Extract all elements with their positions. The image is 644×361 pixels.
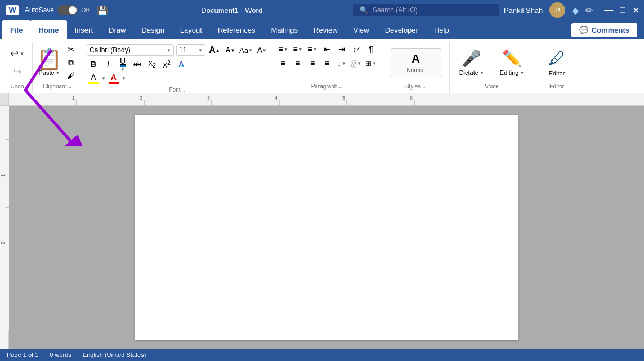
cut-button[interactable]: ✂ — [63, 43, 79, 56]
ribbon: ↩ ▼ ↪ Undo 📋 Paste ▼ ✂ — [0, 39, 644, 93]
svg-text:5: 5 — [342, 95, 345, 101]
tab-home[interactable]: Home — [30, 20, 66, 39]
font-size-select[interactable]: 11 ▼ — [176, 44, 205, 56]
tab-developer[interactable]: Developer — [377, 20, 426, 39]
tab-file[interactable]: File — [2, 20, 30, 39]
strikethrough-icon: ab — [133, 60, 141, 68]
styles-group-label: Styles ⌄ — [405, 82, 426, 92]
grow-font-icon: A — [209, 45, 216, 55]
tab-references[interactable]: References — [210, 20, 263, 39]
paragraph-group: ≡ ▼ ≡ ▼ ≡ ▼ ⇤ ⇥ ↕Z ¶ ≡ ≡ ≡ — [272, 42, 382, 93]
highlight-dropdown[interactable]: ▼ — [101, 76, 106, 81]
justify-button[interactable]: ≡ — [320, 57, 334, 69]
editing-button[interactable]: ✏️ Editing ▼ — [494, 46, 530, 79]
dictate-icon: 🎤 — [462, 49, 481, 68]
editing-dropdown[interactable]: ▼ — [520, 70, 524, 75]
clipboard-small-buttons: ✂ ⧉ 🖌 — [63, 43, 79, 82]
tab-layout[interactable]: Layout — [172, 20, 210, 39]
dictate-button[interactable]: 🎤 Dictate ▼ — [454, 46, 490, 79]
font-color-dropdown[interactable]: ▼ — [122, 76, 126, 81]
editor-button[interactable]: 🖊 Editor — [541, 46, 573, 80]
align-right-button[interactable]: ≡ — [306, 57, 319, 69]
borders-button[interactable]: ⊞ ▼ — [364, 57, 378, 69]
tab-help[interactable]: Help — [426, 20, 457, 39]
paste-label: Paste — [38, 69, 54, 76]
close-btn[interactable]: ✕ — [632, 5, 639, 16]
italic-button[interactable]: I — [101, 58, 115, 70]
text-effects-button[interactable]: A — [175, 58, 188, 70]
copy-button[interactable]: ⧉ — [63, 56, 79, 69]
show-marks-button[interactable]: ¶ — [364, 43, 378, 55]
svg-rect-0 — [9, 93, 644, 106]
maximize-btn[interactable]: □ — [620, 5, 625, 15]
superscript-icon: X2 — [163, 60, 171, 69]
shading-button[interactable]: ░ ▼ — [350, 57, 363, 69]
font-row2: B I U ▼ ab X2 X2 A — [87, 58, 269, 70]
svg-text:6: 6 — [410, 95, 413, 101]
align-center-button[interactable]: ≡ — [291, 57, 305, 69]
subscript-button[interactable]: X2 — [145, 58, 159, 70]
autosave-toggle[interactable] — [57, 5, 78, 15]
paste-dropdown[interactable]: ▼ — [56, 70, 60, 75]
superscript-button[interactable]: X2 — [160, 58, 173, 70]
tab-insert[interactable]: Insert — [67, 20, 101, 39]
bullets-button[interactable]: ≡ ▼ — [276, 43, 290, 55]
comments-button[interactable]: 💬 Comments — [571, 23, 637, 37]
page-count: Page 1 of 1 — [7, 351, 38, 358]
font-family-select[interactable]: Calibri (Body) ▼ — [87, 44, 174, 56]
underline-button[interactable]: U ▼ — [116, 58, 129, 70]
align-left-button[interactable]: ≡ — [276, 57, 290, 69]
increase-indent-button[interactable]: ⇥ — [335, 43, 348, 55]
font-expand-icon[interactable]: ⌄ — [182, 87, 186, 93]
autosave-label: AutoSave — [25, 6, 54, 14]
tab-design[interactable]: Design — [133, 20, 172, 39]
search-bar[interactable]: 🔍 Search (Alt+Q) — [353, 4, 499, 16]
autosave-section: AutoSave Off — [25, 5, 90, 15]
save-icon-btn[interactable]: 💾 — [94, 4, 111, 17]
editing-label: Editing — [500, 69, 519, 76]
paste-button[interactable]: 📋 Paste ▼ — [37, 49, 62, 76]
clear-format-button[interactable]: A ✕ — [255, 44, 269, 56]
undo-icon: ↩ — [10, 47, 19, 60]
tab-review[interactable]: Review — [306, 20, 346, 39]
grow-font-button[interactable]: A▲ — [208, 44, 221, 56]
clipboard-label-text: Clipboard — [43, 83, 67, 90]
styles-button[interactable]: A Normal — [391, 48, 441, 77]
tab-mailings[interactable]: Mailings — [263, 20, 306, 39]
styles-expand-icon[interactable]: ⌄ — [422, 84, 426, 90]
doc-page[interactable] — [135, 115, 518, 340]
ruler-horizontal: 1 2 3 4 5 6 — [0, 93, 644, 106]
minimize-btn[interactable]: — — [604, 5, 613, 15]
font-group: Calibri (Body) ▼ 11 ▼ A▲ A▼ Aa ▼ A ✕ — [83, 42, 272, 93]
voice-group: 🎤 Dictate ▼ ✏️ Editing ▼ Voice — [450, 42, 534, 93]
tab-draw[interactable]: Draw — [101, 20, 133, 39]
sort-button[interactable]: ↕Z — [350, 43, 363, 55]
italic-icon: I — [107, 60, 109, 69]
dictate-dropdown[interactable]: ▼ — [480, 70, 484, 75]
clipboard-group: 📋 Paste ▼ ✂ ⧉ 🖌 Clipboard ⌄ — [33, 42, 83, 93]
line-spacing-button[interactable]: ↕ ▼ — [335, 57, 348, 69]
language: English (United States) — [83, 351, 146, 358]
title-right: Pankil Shah P ◆ ✏ — □ ✕ — [504, 2, 639, 18]
strikethrough-button[interactable]: ab — [131, 58, 144, 70]
change-case-button[interactable]: Aa ▼ — [239, 44, 253, 56]
undo-button[interactable]: ↩ ▼ — [7, 45, 28, 62]
decrease-indent-button[interactable]: ⇤ — [320, 43, 334, 55]
numbering-button[interactable]: ≡ ▼ — [291, 43, 305, 55]
bold-button[interactable]: B — [87, 58, 100, 70]
paragraph-expand-icon[interactable]: ⌄ — [338, 84, 343, 90]
svg-text:2: 2 — [140, 95, 142, 101]
gem-icon: ◆ — [572, 5, 579, 16]
undo-group: ↩ ▼ ↪ Undo — [2, 42, 33, 93]
tab-view[interactable]: View — [346, 20, 377, 39]
font-color-button[interactable]: A — [107, 72, 120, 84]
redo-button[interactable]: ↪ — [8, 63, 25, 80]
format-painter-button[interactable]: 🖌 — [63, 69, 79, 82]
editor-icon: 🖊 — [548, 49, 565, 68]
svg-text:1: 1 — [0, 174, 6, 177]
multilevel-button[interactable]: ≡ ▼ — [306, 43, 319, 55]
svg-text:2: 2 — [0, 242, 6, 244]
shrink-font-button[interactable]: A▼ — [223, 44, 237, 56]
clipboard-expand-icon[interactable]: ⌄ — [68, 84, 73, 90]
text-highlight-button[interactable]: A — [87, 72, 100, 84]
